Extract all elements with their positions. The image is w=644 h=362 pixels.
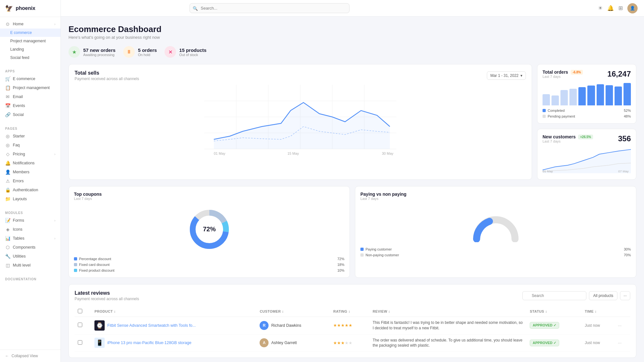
table-row: ⌚ Fitbit Sense Advanced Smartwatch with … xyxy=(75,317,630,334)
paying-title: Paying vs non paying xyxy=(360,192,631,197)
sidebar-item-multi-level[interactable]: ◫ Multi level xyxy=(0,261,60,270)
reviews-search-input[interactable] xyxy=(522,291,586,300)
sidebar-item-starter[interactable]: ◎ Starter xyxy=(0,132,60,141)
select-all-checkbox[interactable] xyxy=(78,309,82,313)
row-checkbox[interactable] xyxy=(78,340,82,345)
empty-stars: ★★ xyxy=(345,341,352,345)
sidebar-item-label: Project management xyxy=(13,86,50,90)
gauge-svg xyxy=(470,207,521,242)
top-coupons-card: Top coupons Last 7 days 72% Percentage d… xyxy=(68,186,350,278)
paying-sub: Last 7 days xyxy=(360,197,631,201)
sidebar-item-layouts[interactable]: 📁 Layouts xyxy=(0,194,60,203)
sidebar-item-label: E commerce xyxy=(10,30,32,35)
more-options-button[interactable]: ··· xyxy=(620,291,630,300)
sidebar-item-authentication[interactable]: 🔒 Authentication xyxy=(0,185,60,194)
sidebar-item-label: Notifications xyxy=(13,161,35,165)
date-picker[interactable]: Mar 1 - 31, 2022 ▾ xyxy=(487,71,526,80)
legend-label-paying: Paying customer xyxy=(366,247,392,251)
icons-icon: ◈ xyxy=(5,227,10,232)
search-icon: 🔍 xyxy=(193,6,198,11)
sidebar-item-notifications[interactable]: 🔔 Notifications xyxy=(0,159,60,168)
sidebar-item-email[interactable]: ✉ Email xyxy=(0,92,60,101)
sidebar-item-utilities[interactable]: 🔧 Utilities xyxy=(0,252,60,261)
product-link[interactable]: iPhone 13 pro max-Pacific Blue-128GB sto… xyxy=(107,341,191,345)
sidebar-item-icons[interactable]: ◈ Icons xyxy=(0,225,60,234)
status-cell: APPROVED ✓ xyxy=(527,334,582,352)
stat-icon-out-of-stock: ✕ xyxy=(165,46,176,58)
product-link[interactable]: Fitbit Sense Advanced Smartwatch with To… xyxy=(107,323,196,328)
modules-section-title: MODULES xyxy=(0,209,60,216)
search-input[interactable] xyxy=(189,3,350,13)
sidebar-item-errors[interactable]: ⚠ Errors xyxy=(0,177,60,185)
row-actions-button[interactable]: ··· xyxy=(618,323,622,328)
sidebar-item-label: Landing xyxy=(10,47,24,52)
row-actions-button[interactable]: ··· xyxy=(618,340,622,345)
metrics-grid: Total sells Payment received across all … xyxy=(68,64,636,180)
sidebar-item-label: Project management xyxy=(10,39,46,43)
search-bar[interactable]: 🔍 xyxy=(189,3,350,13)
table-header-row: PRODUCT ↕ CUSTOMER ↕ RATING ↕ REVIEW ↕ S… xyxy=(75,306,630,317)
review-text: The order was delivered ahead of schedul… xyxy=(369,334,527,352)
row-checkbox[interactable] xyxy=(78,323,82,327)
customers-line-chart: 01 May 07 May xyxy=(543,148,631,173)
customer-avatar: R xyxy=(260,321,269,330)
pending-dot xyxy=(543,115,546,118)
grid-icon[interactable]: ⊞ xyxy=(618,5,623,12)
sidebar-item-label: Email xyxy=(13,95,23,99)
components-icon: ⬡ xyxy=(5,245,10,250)
bell-icon[interactable]: 🔔 xyxy=(607,5,614,12)
sidebar-item-tables[interactable]: 📊 Tables › xyxy=(0,234,60,243)
stat-new-orders: ★ 57 new orders Awaiting processing xyxy=(68,46,116,58)
svg-text:30 May: 30 May xyxy=(382,152,394,155)
sidebar-item-project-management[interactable]: Project management xyxy=(0,37,60,45)
sidebar-item-pricing[interactable]: ◇ Pricing › xyxy=(0,150,60,159)
events-icon: 📅 xyxy=(5,103,10,108)
reviews-header: Latest reviews Payment received across a… xyxy=(75,290,630,301)
customers-badge: +26.5% xyxy=(578,135,593,139)
svg-text:07 May: 07 May xyxy=(618,169,629,173)
sidebar-item-home[interactable]: ⊙ Home › xyxy=(0,20,60,29)
multi-level-icon: ◫ xyxy=(5,263,10,268)
sidebar-item-components[interactable]: ⬡ Components xyxy=(0,243,60,252)
members-icon: 👤 xyxy=(5,169,10,175)
sells-chart: 01 May 15 May 30 May xyxy=(75,85,526,156)
reviews-table: PRODUCT ↕ CUSTOMER ↕ RATING ↕ REVIEW ↕ S… xyxy=(75,306,630,352)
collapsed-view-button[interactable]: ← Collapsed View xyxy=(0,350,60,362)
faq-icon: ◎ xyxy=(5,143,10,148)
sidebar: 🦅 phoenix ⊙ Home › E commerce Project ma… xyxy=(0,0,61,362)
date-range-label: Mar 1 - 31, 2022 xyxy=(490,73,519,78)
sidebar-item-ecommerce[interactable]: E commerce xyxy=(0,29,60,37)
chevron-right-icon: › xyxy=(54,22,55,26)
rating-cell: ★★★★★ xyxy=(330,317,369,334)
col-status: STATUS ↕ xyxy=(527,306,582,317)
sidebar-item-label: Authentication xyxy=(13,188,38,192)
sidebar-item-forms[interactable]: 📝 Forms › xyxy=(0,216,60,225)
bar xyxy=(569,89,577,106)
sidebar-item-events[interactable]: 📅 Events xyxy=(0,101,60,110)
bar xyxy=(597,84,604,105)
sidebar-item-project-mgmt[interactable]: 📋 Project management xyxy=(0,83,60,92)
reviews-section: Latest reviews Payment received across a… xyxy=(68,284,636,358)
clipboard-icon: 📋 xyxy=(5,85,10,90)
all-products-button[interactable]: All products xyxy=(589,291,617,300)
sun-icon[interactable]: ☀ xyxy=(598,5,603,12)
stat-icon-on-hold: ⏸ xyxy=(123,46,135,58)
svg-text:01 May: 01 May xyxy=(214,152,226,155)
app-logo[interactable]: 🦅 phoenix xyxy=(0,0,60,17)
sidebar-item-label: Tables xyxy=(13,236,24,241)
bar xyxy=(624,83,631,105)
sidebar-item-faq[interactable]: ◎ Faq xyxy=(0,141,60,150)
tables-icon: 📊 xyxy=(5,236,10,241)
sidebar-item-social[interactable]: 🔗 Social xyxy=(0,110,60,119)
user-avatar[interactable]: 👤 xyxy=(627,3,638,13)
sidebar-item-ecommerce-app[interactable]: 🛒 E commerce xyxy=(0,74,60,83)
metric-title-customers: New customers xyxy=(543,134,576,139)
status-badge: APPROVED ✓ xyxy=(530,340,559,346)
home-icon: ⊙ xyxy=(5,21,10,27)
sidebar-item-members[interactable]: 👤 Members xyxy=(0,168,60,177)
x-icon: ✕ xyxy=(168,49,173,55)
stars: ★★★★ xyxy=(333,323,349,328)
sidebar-item-landing[interactable]: Landing xyxy=(0,45,60,53)
social-icon: 🔗 xyxy=(5,112,10,117)
sidebar-item-social-feed[interactable]: Social feed xyxy=(0,53,60,62)
